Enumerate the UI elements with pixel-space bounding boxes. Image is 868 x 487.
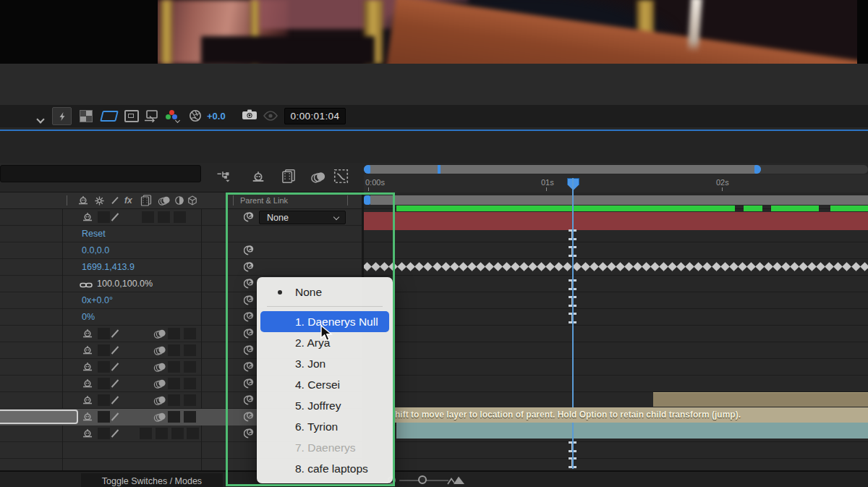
keyframe-diamond-icon[interactable] bbox=[843, 262, 852, 271]
anchor-point-value[interactable]: 0.0,0.0 bbox=[82, 245, 109, 255]
keyframe-diamond-icon[interactable] bbox=[764, 262, 773, 271]
keyframe-diamond-icon[interactable] bbox=[598, 262, 608, 271]
switch-cell[interactable] bbox=[168, 411, 180, 423]
transparency-grid-icon[interactable] bbox=[80, 110, 93, 122]
keyframe-diamond-icon[interactable] bbox=[441, 262, 451, 271]
keyframe-diamond-icon[interactable] bbox=[371, 262, 380, 271]
motion-blur-toggle-icon[interactable] bbox=[153, 329, 167, 342]
motion-blur-column-icon[interactable] bbox=[157, 195, 171, 208]
graph-editor-icon[interactable] bbox=[333, 169, 349, 187]
shy-toggle-icon[interactable] bbox=[81, 329, 94, 342]
shy-toggle-icon[interactable] bbox=[81, 428, 94, 441]
switch-cell[interactable] bbox=[142, 211, 154, 223]
adjustment-layer-column-icon[interactable] bbox=[174, 195, 184, 208]
keyframe-diamond-icon[interactable] bbox=[563, 262, 573, 271]
switch-cell[interactable] bbox=[184, 394, 196, 406]
layer-bar-green-segment[interactable] bbox=[396, 206, 735, 211]
shy-toggle-icon[interactable] bbox=[81, 362, 94, 375]
keyframe-diamond-icon[interactable] bbox=[485, 262, 494, 271]
switch-cell[interactable] bbox=[168, 328, 180, 339]
pick-whip-icon[interactable] bbox=[244, 261, 255, 276]
motion-blur-icon[interactable] bbox=[310, 171, 327, 186]
switch-cell[interactable] bbox=[168, 378, 180, 389]
keyframe-diamond-icon[interactable] bbox=[860, 262, 868, 271]
pick-whip-icon[interactable] bbox=[244, 211, 255, 226]
keyframe-diamond-icon[interactable] bbox=[642, 262, 651, 271]
quality-toggle-icon[interactable] bbox=[109, 329, 122, 342]
switch-cell[interactable] bbox=[168, 394, 180, 406]
switch-cell[interactable] bbox=[156, 428, 168, 439]
navigator-start-handle[interactable] bbox=[364, 165, 370, 174]
hide-shy-layers-icon[interactable] bbox=[250, 171, 266, 186]
pick-whip-icon[interactable] bbox=[244, 278, 255, 292]
keyframe-diamond-icon[interactable] bbox=[467, 262, 477, 271]
toggle-switches-modes-button[interactable]: Toggle Switches / Modes bbox=[81, 473, 223, 487]
pick-whip-icon[interactable] bbox=[244, 411, 255, 425]
motion-blur-toggle-icon[interactable] bbox=[153, 412, 167, 425]
switch-cell[interactable] bbox=[168, 344, 180, 356]
shy-toggle-icon[interactable] bbox=[81, 395, 94, 408]
layer-bar-tan[interactable] bbox=[653, 392, 868, 407]
keyframe-diamond-icon[interactable] bbox=[712, 262, 721, 271]
position-keyframes-row[interactable] bbox=[364, 261, 868, 273]
keyframe-diamond-icon[interactable] bbox=[624, 262, 634, 271]
layer-name-field[interactable] bbox=[0, 410, 78, 424]
pick-whip-icon[interactable] bbox=[244, 295, 255, 309]
quality-toggle-icon[interactable] bbox=[109, 428, 122, 441]
keyframe-diamond-icon[interactable] bbox=[616, 262, 625, 271]
motion-blur-toggle-icon[interactable] bbox=[153, 362, 167, 375]
quality-toggle-icon[interactable] bbox=[109, 345, 122, 358]
exposure-icon[interactable] bbox=[189, 109, 202, 125]
menu-item-cersei[interactable]: 4. Cersei bbox=[257, 374, 393, 395]
switch-cell[interactable] bbox=[184, 328, 196, 339]
switch-cell[interactable] bbox=[187, 428, 199, 439]
layer-bar-green-segment[interactable] bbox=[771, 206, 819, 211]
pan-behind-icon[interactable] bbox=[144, 109, 160, 125]
layer-bar-green-segment[interactable] bbox=[744, 206, 762, 211]
keyframe-diamond-icon[interactable] bbox=[851, 262, 861, 271]
keyframe-diamond-icon[interactable] bbox=[773, 262, 782, 271]
pick-whip-icon[interactable] bbox=[244, 378, 255, 392]
viewer-menu-chevron-icon[interactable] bbox=[38, 112, 43, 125]
keyframe-diamond-icon[interactable] bbox=[511, 262, 520, 271]
constrain-proportions-chain-icon[interactable] bbox=[80, 279, 93, 292]
pick-whip-icon[interactable] bbox=[244, 361, 255, 376]
frame-blend-column-icon[interactable] bbox=[140, 195, 152, 209]
current-time-display[interactable]: 0:00:01:04 bbox=[284, 108, 346, 124]
keyframe-diamond-icon[interactable] bbox=[519, 262, 529, 271]
layer-bar-maroon[interactable] bbox=[364, 212, 868, 230]
opacity-value[interactable]: 0% bbox=[82, 312, 95, 322]
parent-select[interactable]: None bbox=[259, 211, 346, 224]
pick-whip-icon[interactable] bbox=[244, 245, 255, 259]
keyframe-diamond-icon[interactable] bbox=[650, 262, 660, 271]
layer-bar-teal[interactable] bbox=[396, 423, 868, 439]
motion-blur-toggle-icon[interactable] bbox=[153, 345, 167, 358]
parent-link-column-header[interactable]: Parent & Link bbox=[240, 196, 288, 205]
switch-cell[interactable] bbox=[171, 428, 184, 439]
quality-toggle-icon[interactable] bbox=[109, 212, 122, 225]
switch-cell[interactable] bbox=[184, 411, 196, 423]
shy-toggle-icon[interactable] bbox=[81, 345, 94, 358]
keyframe-diamond-icon[interactable] bbox=[738, 262, 747, 271]
switch-cell[interactable] bbox=[184, 344, 196, 356]
layer-bar-gray[interactable] bbox=[370, 195, 868, 205]
scroll-handle[interactable] bbox=[364, 195, 370, 205]
timeline-navigator-bar[interactable] bbox=[364, 165, 761, 174]
navigator-end-handle[interactable] bbox=[754, 165, 761, 174]
switch-cell[interactable] bbox=[168, 361, 180, 373]
quality-toggle-icon[interactable] bbox=[109, 362, 122, 375]
composition-mini-flowchart-field[interactable] bbox=[0, 165, 201, 182]
keyframe-diamond-icon[interactable] bbox=[799, 262, 808, 271]
quality-toggle-icon[interactable] bbox=[109, 378, 122, 391]
scale-value[interactable]: 100.0,100.0% bbox=[97, 279, 153, 289]
switch-cell[interactable] bbox=[184, 361, 196, 373]
reset-link[interactable]: Reset bbox=[82, 229, 106, 239]
keyframe-diamond-icon[interactable] bbox=[746, 262, 756, 271]
motion-blur-toggle-icon[interactable] bbox=[153, 378, 167, 391]
menu-item-tyrion[interactable]: 6. Tyrion bbox=[257, 416, 393, 437]
keyframe-diamond-icon[interactable] bbox=[476, 262, 485, 271]
keyframe-diamond-icon[interactable] bbox=[590, 262, 599, 271]
exposure-value[interactable]: +0.0 bbox=[207, 111, 226, 122]
menu-item-cafe-laptops[interactable]: 8. cafe laptops bbox=[257, 458, 393, 479]
switch-cell[interactable] bbox=[174, 211, 186, 223]
